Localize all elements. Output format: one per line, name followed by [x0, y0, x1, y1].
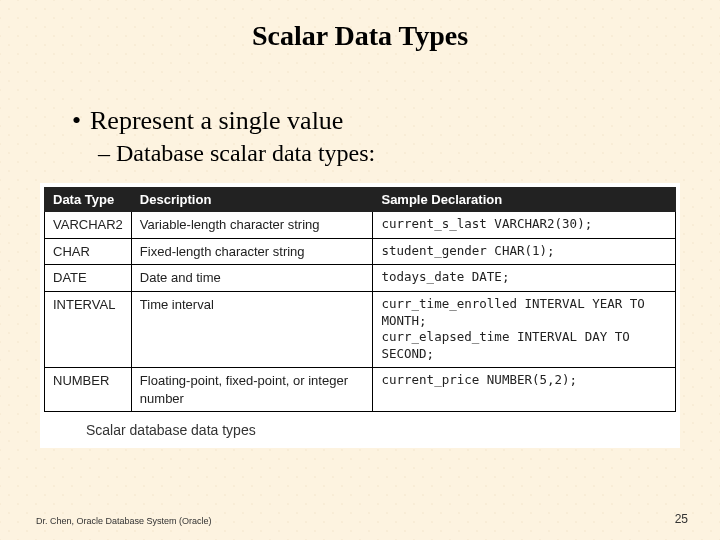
- cell-sample: curr_time_enrolled INTERVAL YEAR TO MONT…: [373, 291, 676, 368]
- col-header-sample: Sample Declaration: [373, 188, 676, 212]
- cell-type: CHAR: [45, 238, 132, 265]
- table-caption: Scalar database data types: [44, 412, 676, 438]
- table-body: VARCHAR2 Variable-length character strin…: [45, 212, 676, 412]
- cell-desc: Floating-point, fixed-point, or integer …: [131, 368, 373, 412]
- page-number: 25: [675, 512, 688, 526]
- cell-type: DATE: [45, 265, 132, 292]
- cell-sample: todays_date DATE;: [373, 265, 676, 292]
- cell-sample: student_gender CHAR(1);: [373, 238, 676, 265]
- col-header-type: Data Type: [45, 188, 132, 212]
- footer-author: Dr. Chen, Oracle Database System (Oracle…: [36, 516, 212, 526]
- bullet-list: •Represent a single value – Database sca…: [0, 106, 720, 167]
- table-row: CHAR Fixed-length character string stude…: [45, 238, 676, 265]
- cell-sample: current_s_last VARCHAR2(30);: [373, 212, 676, 239]
- table-row: VARCHAR2 Variable-length character strin…: [45, 212, 676, 239]
- table-row: DATE Date and time todays_date DATE;: [45, 265, 676, 292]
- table-row: NUMBER Floating-point, fixed-point, or i…: [45, 368, 676, 412]
- table-container: Data Type Description Sample Declaration…: [40, 183, 680, 448]
- bullet-level-2: – Database scalar data types:: [72, 140, 720, 167]
- cell-desc: Fixed-length character string: [131, 238, 373, 265]
- bullet-dot: •: [72, 106, 90, 136]
- cell-type: VARCHAR2: [45, 212, 132, 239]
- bullet-1-text: Represent a single value: [90, 106, 343, 135]
- cell-desc: Date and time: [131, 265, 373, 292]
- cell-type: INTERVAL: [45, 291, 132, 368]
- cell-type: NUMBER: [45, 368, 132, 412]
- bullet-2-text: Database scalar data types:: [116, 140, 375, 166]
- cell-desc: Variable-length character string: [131, 212, 373, 239]
- col-header-desc: Description: [131, 188, 373, 212]
- table-header-row: Data Type Description Sample Declaration: [45, 188, 676, 212]
- bullet-level-1: •Represent a single value: [72, 106, 720, 136]
- cell-desc: Time interval: [131, 291, 373, 368]
- data-types-table: Data Type Description Sample Declaration…: [44, 187, 676, 412]
- page-title: Scalar Data Types: [0, 0, 720, 52]
- cell-sample: current_price NUMBER(5,2);: [373, 368, 676, 412]
- slide: Scalar Data Types •Represent a single va…: [0, 0, 720, 540]
- table-row: INTERVAL Time interval curr_time_enrolle…: [45, 291, 676, 368]
